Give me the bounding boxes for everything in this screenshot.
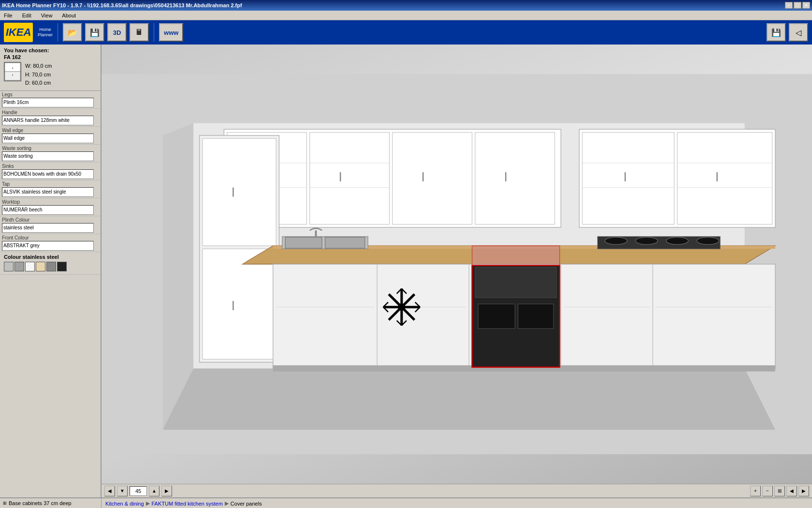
window-title: IKEA Home Planner FY10 - 1.9.7 - \\192.1… [2, 2, 242, 8]
toolbar-save2-button[interactable]: 💾 [767, 23, 786, 42]
handle-select[interactable]: ANNARS handle 128mm white [2, 116, 94, 125]
menu-about[interactable]: About [60, 12, 78, 19]
height-value: H: 70,0 cm [25, 71, 52, 79]
menu-view[interactable]: View [39, 12, 55, 19]
nav-down-button[interactable]: ▼ [117, 486, 128, 496]
worktop-config: Worktop NUMERÄR beech [0, 198, 101, 216]
colour-stainless-title: Colour stainless steel [4, 254, 97, 260]
nav-angle-input[interactable] [130, 486, 147, 496]
nav-scroll-right-button[interactable]: ▶ [798, 486, 809, 496]
main-layout: You have chosen: FA 162 W: 80,0 cm H: 70… [0, 45, 812, 497]
nav-bar-3d: ◀ ▼ ▲ ▶ + − ⊞ ◀ ▶ [102, 484, 812, 497]
expand-icon: ⊞ [3, 501, 8, 506]
tree-item-base-cabinets[interactable]: ⊞ Base cabinets 37 cm deep [1, 499, 100, 507]
cabinet-icon [4, 62, 21, 81]
wall-edge-select[interactable]: Wall edge [2, 134, 94, 143]
toolbar-open-button[interactable]: 📂 [63, 23, 82, 42]
toolbar-save-button[interactable]: 💾 [85, 23, 104, 42]
toolbar-separator-2 [154, 23, 154, 42]
item-chosen-label: You have chosen: [4, 47, 97, 53]
front-colour-config: Front Colour ABSTRAKT grey [0, 234, 101, 252]
front-colour-select[interactable]: ABSTRAKT grey [2, 241, 94, 251]
wall-edge-config: Wall edge Wall edge [0, 127, 101, 145]
item-code: FA 162 [4, 54, 97, 60]
worktop-select[interactable]: NUMERÄR beech [2, 205, 94, 215]
swatch-black[interactable] [57, 262, 67, 271]
waste-sorting-config: Waste sorting Waste sorting [0, 145, 101, 163]
kitchen-scene-svg [102, 45, 812, 484]
legs-select[interactable]: Plinth 16cm [2, 98, 94, 107]
toolbar-3d-button[interactable]: 3D [107, 23, 127, 42]
svg-rect-20 [677, 133, 772, 224]
svg-point-57 [666, 237, 688, 244]
swatch-dark-silver[interactable] [14, 262, 24, 271]
nav-zoom-out-button[interactable]: − [762, 486, 773, 496]
view-3d[interactable] [102, 45, 812, 484]
legs-label: Legs [2, 92, 99, 97]
home-planner-label: HomePlanner [38, 27, 53, 38]
worktop-label: Worktop [2, 199, 99, 205]
plinth-colour-config: Plinth Colour stainless steel [0, 216, 101, 234]
toolbar-right: 💾 ◁ [767, 23, 808, 42]
svg-rect-52 [518, 304, 554, 329]
svg-rect-13 [475, 133, 555, 224]
svg-rect-61 [325, 237, 365, 248]
nav-next-button[interactable]: ▶ [161, 486, 172, 496]
cabinet-svg [4, 62, 21, 81]
waste-sorting-label: Waste sorting [2, 146, 99, 151]
title-bar-buttons: − □ × [785, 2, 810, 9]
sinks-config: Sinks BOHOLMEN bowls with drain 90x50 [0, 163, 101, 180]
item-preview: W: 80,0 cm H: 70,0 cm D: 60,0 cm [4, 62, 97, 88]
swatch-white[interactable] [25, 262, 35, 271]
waste-sorting-select[interactable]: Waste sorting [2, 151, 94, 161]
breadcrumb-sep-1: ▶ [146, 500, 150, 507]
title-bar: IKEA Home Planner FY10 - 1.9.7 - \\192.1… [0, 0, 812, 11]
handle-label: Handle [2, 110, 99, 115]
svg-rect-33 [203, 249, 276, 359]
plinth-colour-select[interactable]: stainless steel [2, 223, 94, 233]
swatch-beige[interactable] [36, 262, 45, 271]
colour-stainless-panel: Colour stainless steel [0, 252, 101, 275]
tap-select[interactable]: ALSVIK stainless steel single [2, 187, 94, 197]
sinks-label: Sinks [2, 164, 99, 169]
ikea-logo: IKEA [4, 23, 33, 42]
plinth-colour-label: Plinth Colour [2, 217, 99, 223]
svg-rect-19 [582, 133, 674, 224]
legs-config: Legs Plinth 16cm [0, 91, 101, 109]
swatch-grey[interactable] [46, 262, 56, 271]
menu-file[interactable]: File [2, 12, 14, 19]
nav-scroll-left-button[interactable]: ◀ [786, 486, 797, 496]
nav-up-button[interactable]: ▲ [149, 486, 160, 496]
toolbar-calc-button[interactable]: 🖩 [130, 23, 149, 42]
breadcrumb-cover-panels: Cover panels [231, 501, 262, 507]
catalogue-area: Kitchen & dining ▶ FAKTUM fitted kitchen… [102, 498, 812, 508]
tap-config: Tap ALSVIK stainless steel single [0, 180, 101, 198]
toolbar-www-button[interactable]: www [159, 23, 183, 42]
minimize-button[interactable]: − [785, 2, 793, 9]
breadcrumb-faktum[interactable]: FAKTUM fitted kitchen system [152, 501, 223, 507]
svg-rect-12 [392, 133, 472, 224]
swatch-silver[interactable] [4, 262, 14, 271]
breadcrumb-kitchen[interactable]: Kitchen & dining [105, 501, 144, 507]
colour-swatches [4, 262, 97, 271]
close-button[interactable]: × [802, 2, 810, 9]
sinks-select[interactable]: BOHOLMEN bowls with drain 90x50 [2, 169, 94, 179]
nav-zoom-fit-button[interactable]: ⊞ [774, 486, 785, 496]
svg-point-58 [697, 237, 719, 244]
breadcrumb-bar: Kitchen & dining ▶ FAKTUM fitted kitchen… [102, 498, 812, 508]
depth-value: D: 60,0 cm [25, 79, 52, 88]
toolbar-prev-button[interactable]: ◁ [789, 23, 808, 42]
dimensions: W: 80,0 cm H: 70,0 cm D: 60,0 cm [25, 62, 52, 88]
width-value: W: 80,0 cm [25, 62, 52, 71]
left-panel: You have chosen: FA 162 W: 80,0 cm H: 70… [0, 45, 102, 497]
restore-button[interactable]: □ [794, 2, 801, 9]
item-info: You have chosen: FA 162 W: 80,0 cm H: 70… [0, 45, 101, 91]
svg-point-67 [398, 303, 405, 311]
view-area: ◀ ▼ ▲ ▶ + − ⊞ ◀ ▶ [102, 45, 812, 497]
menu-edit[interactable]: Edit [20, 12, 33, 19]
nav-prev-button[interactable]: ◀ [104, 486, 115, 496]
nav-zoom-in-button[interactable]: + [750, 486, 761, 496]
svg-rect-11 [310, 133, 390, 224]
handle-config: Handle ANNARS handle 128mm white [0, 109, 101, 127]
front-colour-label: Front Colour [2, 235, 99, 240]
